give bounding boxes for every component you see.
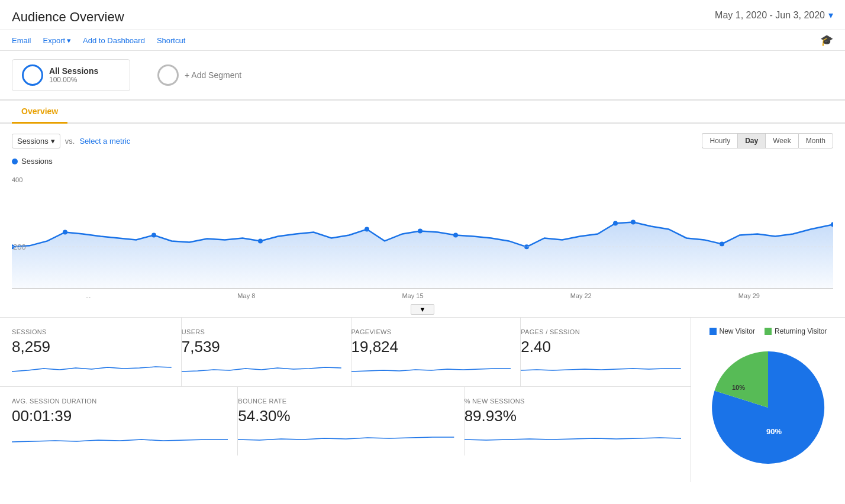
pageviews-mini-chart	[351, 360, 511, 377]
users-value: 7,539	[182, 338, 341, 356]
x-label-0: ...	[85, 292, 91, 299]
svg-point-5	[418, 229, 422, 234]
avg-session-mini-chart	[12, 429, 228, 447]
pages-session-mini-chart	[521, 360, 681, 377]
metric-dropdown-arrow-icon: ▾	[51, 137, 55, 146]
returning-visitor-legend-box	[765, 328, 772, 335]
segment-bar: All Sessions 100.00% + Add Segment	[0, 51, 845, 101]
new-sessions-value: 89.93%	[465, 407, 681, 425]
x-axis: ... May 8 May 15 May 22 May 29	[12, 289, 833, 302]
svg-point-4	[365, 227, 369, 232]
chart-wrapper: 400	[12, 170, 833, 289]
svg-text:10%: 10%	[732, 384, 745, 391]
all-sessions-segment[interactable]: All Sessions 100.00%	[12, 59, 130, 91]
metric-cell-pageviews: Pageviews 19,824	[351, 318, 521, 386]
add-to-dashboard-link[interactable]: Add to Dashboard	[83, 36, 145, 45]
select-metric-link[interactable]: Select a metric	[79, 137, 130, 146]
pages-session-label: Pages / Session	[521, 328, 681, 335]
new-sessions-mini-chart	[465, 429, 681, 447]
chart-section: Sessions ▾ vs. Select a metric Hourly Da…	[0, 124, 845, 317]
time-btn-month[interactable]: Month	[798, 133, 833, 148]
segment-circle-icon	[22, 64, 43, 86]
metric-cell-users: Users 7,539	[182, 318, 351, 386]
bottom-section: Sessions 8,259 Users 7,539 Pageviews 19,…	[0, 317, 845, 482]
add-segment-button[interactable]: + Add Segment	[148, 60, 251, 91]
sessions-legend-dot	[12, 159, 18, 164]
pie-section: New Visitor Returning Visitor 90% 10%	[691, 318, 845, 482]
metric-cell-sessions: Sessions 8,259	[12, 318, 182, 386]
pages-session-value: 2.40	[521, 338, 681, 356]
x-label-1: May 8	[237, 292, 255, 299]
svg-point-10	[720, 241, 724, 246]
bounce-rate-label: Bounce Rate	[238, 398, 454, 405]
scroll-indicator: ▼	[12, 302, 833, 317]
metric-cell-bounce-rate: Bounce Rate 54.30%	[238, 387, 464, 455]
export-label: Export	[43, 36, 66, 45]
users-label: Users	[182, 328, 341, 335]
segment-name: All Sessions	[49, 66, 98, 76]
email-link[interactable]: Email	[12, 36, 31, 45]
svg-point-3	[258, 238, 263, 243]
date-range[interactable]: May 1, 2020 - Jun 3, 2020 ▾	[715, 9, 833, 21]
sessions-label: Sessions	[12, 328, 172, 335]
bounce-rate-mini-chart	[238, 429, 454, 447]
svg-point-6	[453, 232, 458, 237]
pageviews-value: 19,824	[351, 338, 511, 356]
svg-point-8	[613, 221, 618, 226]
sessions-mini-chart	[12, 360, 172, 377]
metric-selector: Sessions ▾ vs. Select a metric	[12, 134, 130, 148]
page-title: Audience Overview	[12, 9, 124, 25]
new-visitor-legend-box	[709, 328, 717, 335]
pageviews-label: Pageviews	[351, 328, 511, 335]
tab-overview[interactable]: Overview	[12, 101, 67, 124]
time-btn-week[interactable]: Week	[765, 133, 798, 148]
time-btn-hourly[interactable]: Hourly	[702, 133, 737, 148]
y-axis-label-400: 400	[12, 176, 22, 183]
returning-visitor-legend-label: Returning Visitor	[775, 327, 827, 335]
users-mini-chart	[182, 360, 341, 377]
date-range-dropdown-icon[interactable]: ▾	[828, 9, 833, 21]
pie-legend: New Visitor Returning Visitor	[709, 327, 827, 335]
metric-cell-pages-session: Pages / Session 2.40	[521, 318, 691, 386]
new-visitor-legend-label: New Visitor	[720, 327, 755, 335]
add-segment-circle-icon	[157, 64, 179, 86]
x-label-2: May 15	[402, 292, 423, 299]
metric-cell-avg-session: Avg. Session Duration 00:01:39	[12, 387, 238, 455]
new-visitor-legend: New Visitor	[709, 327, 755, 335]
toolbar: Email Export ▾ Add to Dashboard Shortcut…	[0, 30, 845, 51]
time-btn-day[interactable]: Day	[737, 133, 765, 148]
segment-pct: 100.00%	[49, 76, 98, 84]
bounce-rate-value: 54.30%	[238, 407, 454, 425]
new-sessions-label: % New Sessions	[465, 398, 681, 405]
time-buttons: Hourly Day Week Month	[702, 133, 833, 148]
metric-dropdown-label: Sessions	[17, 137, 49, 146]
sessions-value: 8,259	[12, 338, 172, 356]
svg-text:200: 200	[13, 243, 26, 251]
export-link[interactable]: Export ▾	[43, 36, 72, 45]
metrics-row-1: Sessions 8,259 Users 7,539 Pageviews 19,…	[0, 318, 691, 386]
scroll-button[interactable]: ▼	[411, 304, 435, 315]
chart-controls: Sessions ▾ vs. Select a metric Hourly Da…	[12, 133, 833, 148]
svg-point-2	[151, 232, 156, 237]
svg-point-1	[63, 230, 67, 234]
shortcut-link[interactable]: Shortcut	[157, 36, 185, 45]
sessions-chart: 200	[12, 170, 833, 288]
help-cap-icon[interactable]: 🎓	[820, 34, 833, 47]
add-segment-label: + Add Segment	[185, 70, 241, 80]
x-label-3: May 22	[570, 292, 592, 299]
metrics-row-2: Avg. Session Duration 00:01:39 Bounce Ra…	[0, 386, 691, 455]
pie-chart-svg: 90% 10%	[703, 343, 833, 473]
x-label-4: May 29	[738, 292, 760, 299]
avg-session-value: 00:01:39	[12, 407, 228, 425]
svg-text:90%: 90%	[766, 427, 782, 436]
sessions-legend-label: Sessions	[21, 157, 53, 166]
tabs-bar: Overview	[0, 101, 845, 124]
segment-info: All Sessions 100.00%	[49, 66, 98, 84]
vs-label: vs.	[65, 137, 75, 146]
svg-point-9	[631, 220, 636, 225]
metric-dropdown[interactable]: Sessions ▾	[12, 134, 60, 148]
export-dropdown-icon[interactable]: ▾	[67, 36, 71, 45]
header-bar: Audience Overview May 1, 2020 - Jun 3, 2…	[0, 0, 845, 30]
metrics-left: Sessions 8,259 Users 7,539 Pageviews 19,…	[0, 318, 691, 482]
date-range-text: May 1, 2020 - Jun 3, 2020	[715, 10, 825, 21]
